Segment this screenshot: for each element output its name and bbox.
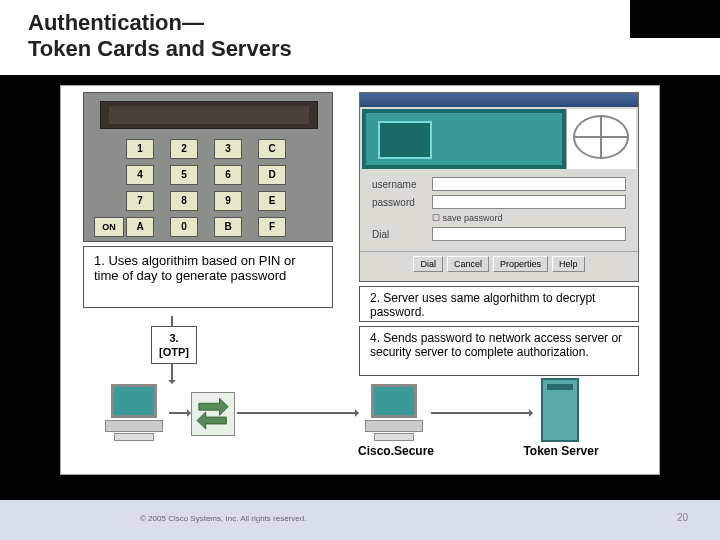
title-line-2: Token Cards and Servers [28, 36, 692, 62]
footer: © 2005 Cisco Systems, Inc. All rights re… [0, 500, 720, 540]
token-server-icon [541, 378, 579, 442]
copyright-text: © 2005 Cisco Systems, Inc. All rights re… [140, 514, 306, 523]
token-lcd [100, 101, 318, 129]
key-7: 7 [126, 191, 154, 211]
help-button[interactable]: Help [552, 256, 585, 272]
key-d: D [258, 165, 286, 185]
login-banner [362, 109, 636, 169]
key-4: 4 [126, 165, 154, 185]
password-input[interactable] [432, 195, 626, 209]
diagram-area: 1 2 3 C 4 5 6 D 7 8 9 E ON A 0 B F 1. Us… [60, 85, 660, 475]
arrow-right-icon [237, 412, 357, 414]
key-3: 3 [214, 139, 242, 159]
step-2-box: 2. Server uses same algorhithm to decryp… [359, 286, 639, 322]
key-on: ON [94, 217, 124, 237]
key-b: B [214, 217, 242, 237]
key-9: 9 [214, 191, 242, 211]
key-c: C [258, 139, 286, 159]
key-8: 8 [170, 191, 198, 211]
slide-header: Authentication— Token Cards and Servers [0, 0, 720, 75]
cancel-button[interactable]: Cancel [447, 256, 489, 272]
bidirectional-arrows-icon [191, 392, 235, 436]
key-e: E [258, 191, 286, 211]
save-password-checkbox[interactable]: ☐ save password [432, 213, 626, 223]
save-password-label: save password [443, 213, 503, 223]
step-3-line2: [OTP] [152, 345, 196, 359]
token-server-label: Token Server [501, 444, 621, 458]
key-6: 6 [214, 165, 242, 185]
step-3-otp-box: 3. [OTP] [151, 326, 197, 364]
key-a: A [126, 217, 154, 237]
arrow-right-icon [431, 412, 531, 414]
key-2: 2 [170, 139, 198, 159]
key-0: 0 [170, 217, 198, 237]
dial-input[interactable] [432, 227, 626, 241]
globe-panel [566, 109, 636, 169]
cisco-secure-pc-icon [361, 384, 427, 441]
arrow-right-icon [169, 412, 189, 414]
title-line-1: Authentication— [28, 10, 692, 36]
monitor-icon [362, 109, 566, 169]
step-1-box: 1. Uses algorithim based on PIN or time … [83, 246, 333, 308]
step-3-line1: 3. [152, 331, 196, 345]
page-number: 20 [677, 512, 688, 523]
client-pc-icon [101, 384, 167, 441]
login-window: username password ☐ save password Dial D… [359, 92, 639, 282]
properties-button[interactable]: Properties [493, 256, 548, 272]
dial-label: Dial [372, 229, 432, 240]
cisco-secure-label: Cisco.Secure [341, 444, 451, 458]
login-titlebar [360, 93, 638, 107]
password-label: password [372, 197, 432, 208]
token-card: 1 2 3 C 4 5 6 D 7 8 9 E ON A 0 B F [83, 92, 333, 242]
key-1: 1 [126, 139, 154, 159]
step-4-box: 4. Sends password to network access serv… [359, 326, 639, 376]
dial-button[interactable]: Dial [413, 256, 443, 272]
key-f: F [258, 217, 286, 237]
username-label: username [372, 179, 432, 190]
username-input[interactable] [432, 177, 626, 191]
globe-icon [573, 115, 629, 159]
key-5: 5 [170, 165, 198, 185]
